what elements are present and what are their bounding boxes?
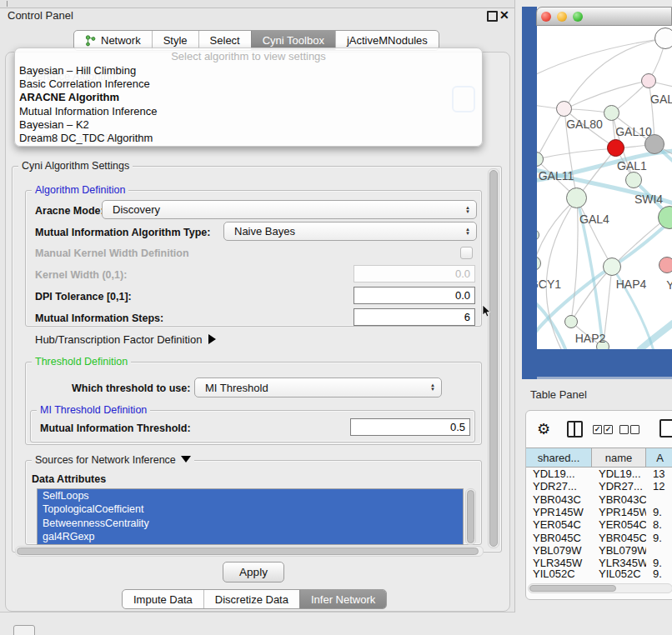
dpi-tolerance-label: DPI Tolerance [0,1]: [35, 291, 132, 302]
mi-threshold-title: MI Threshold Definition [37, 404, 150, 416]
settings-vertical-scrollbar[interactable] [488, 168, 499, 548]
apply-button[interactable]: Apply [223, 562, 284, 582]
node-label-gal4: GAL4 [579, 212, 609, 226]
table-row[interactable]: YBR045CYBR045C9. [526, 531, 672, 543]
mouse-cursor [482, 305, 491, 318]
manual-kernel-label: Manual Kernel Width Definition [35, 248, 189, 259]
combo-arrows-icon: ▲▼ [430, 378, 435, 397]
network-canvas[interactable]: GAL GAL80 GAL10 GAL1 GAL11 SWI4 GAL4 GCY… [537, 26, 672, 349]
list-item-selected[interactable]: SelfLoops [38, 489, 463, 502]
gear-icon[interactable]: ⚙ [537, 420, 550, 438]
column-header-partial[interactable]: A [646, 448, 672, 467]
table-header-row: shared... name A [526, 448, 672, 468]
page-icon[interactable] [659, 419, 672, 438]
combo-arrows-icon: ▲▼ [465, 201, 470, 218]
cyni-bottom-tabbar: Impute Data Discretize Data Infer Networ… [122, 589, 387, 609]
node-label-gal1: GAL1 [617, 159, 647, 172]
mi-type-label: Mutual Information Algorithm Type: [35, 227, 210, 238]
table-row[interactable]: YBR043CYBR043C [526, 493, 672, 506]
dropdown-item-selected[interactable]: ARACNE Algorithm [15, 91, 482, 104]
node-label-swi4: SWI4 [634, 192, 663, 206]
panel-title: Control Panel [8, 9, 73, 22]
settings-horizontal-scrollbar[interactable] [15, 546, 484, 557]
deselect-all-icon[interactable] [619, 425, 629, 434]
mi-steps-field[interactable]: 6 [354, 308, 475, 326]
network-window-titlebar[interactable] [536, 7, 672, 26]
table-horizontal-scrollbar[interactable] [528, 583, 672, 593]
which-threshold-label: Which threshold to use: [72, 382, 190, 394]
tab-discretize-data[interactable]: Discretize Data [203, 590, 299, 608]
network-node-hap4[interactable] [603, 258, 621, 276]
sources-title-toggle[interactable]: Sources for Network Inference [32, 454, 194, 466]
panel-top-strip [0, 0, 514, 8]
table-row[interactable]: YER054CYER054C8. [526, 518, 672, 531]
table-row[interactable]: YLR345WYLR345W9. [526, 557, 672, 569]
node-label-gal80: GAL80 [566, 118, 603, 131]
dpi-tolerance-field[interactable]: 0.0 [354, 287, 475, 304]
table-row[interactable]: YPR145WYPR145W9. [526, 506, 672, 518]
list-item-selected[interactable]: gal4RGexp [38, 530, 463, 543]
dropdown-item[interactable]: Dream8 DC_TDC Algorithm [15, 132, 482, 145]
combo-arrows-icon: ▲▼ [465, 222, 470, 240]
minimize-traffic-light-icon[interactable] [557, 12, 567, 22]
split-columns-icon[interactable] [567, 421, 583, 438]
dropdown-item[interactable]: Basic Correlation Inference [15, 78, 482, 91]
network-node-hap2[interactable] [564, 315, 578, 328]
select-all-icon[interactable]: ✓ [593, 425, 602, 434]
table-row[interactable]: YDL19...YDL19...13 [526, 468, 672, 480]
table-panel-title: Table Panel [530, 388, 587, 401]
network-node-gal4[interactable] [566, 188, 587, 208]
network-node-salmon[interactable] [659, 257, 672, 273]
column-header-name[interactable]: name [592, 448, 646, 467]
tab-impute-data[interactable]: Impute Data [123, 590, 203, 608]
list-scrollbar[interactable] [465, 488, 476, 545]
network-node-gal1[interactable] [607, 139, 624, 157]
network-node-gal7[interactable] [641, 73, 656, 88]
network-frame-border [522, 7, 537, 379]
zoom-traffic-light-icon[interactable] [573, 12, 583, 22]
kernel-width-field: 0.0 [354, 265, 475, 282]
kernel-width-label: Kernel Width (0,1): [35, 269, 127, 281]
partial-button[interactable] [13, 625, 35, 635]
table-row[interactable]: YDR27...YDR27...12 [526, 480, 672, 492]
aracne-mode-select[interactable]: Discovery ▲▼ [102, 200, 477, 219]
table-toolbar: ⚙ ✓ ✓ [526, 411, 672, 448]
mi-type-select[interactable]: Naive Bayes ▲▼ [223, 222, 477, 241]
node-label-y: Y [666, 278, 672, 292]
select-all-icon[interactable]: ✓ [604, 425, 613, 434]
network-node-swi4[interactable] [625, 172, 642, 188]
mi-threshold-field[interactable]: 0.5 [350, 418, 470, 436]
table-row[interactable]: YBL079WYBL079W [526, 544, 672, 557]
list-item-selected[interactable]: BetweennessCentrality [38, 517, 463, 530]
manual-kernel-checkbox[interactable] [460, 247, 473, 259]
tab-infer-network[interactable]: Infer Network [299, 590, 386, 608]
mi-threshold-label: Mutual Information Threshold: [40, 422, 191, 434]
close-icon[interactable]: ✕ [499, 8, 509, 22]
table-panel: ⚙ ✓ ✓ shared... name A YDL19...YDL19...1… [525, 410, 672, 600]
network-node-gal10[interactable] [604, 105, 619, 121]
column-header-shared[interactable]: shared... [526, 448, 592, 467]
which-threshold-select[interactable]: MI Threshold ▲▼ [194, 378, 442, 398]
threshold-definition-title: Threshold Definition [32, 356, 131, 368]
dropdown-item[interactable]: Bayesian – Hill Climbing [15, 64, 482, 78]
node-label-gal11: GAL11 [539, 169, 574, 182]
table-body: YDL19...YDL19...13 YDR27...YDR27...12 YB… [526, 468, 672, 578]
table-row[interactable]: YIL052CYIL052C9. [526, 569, 672, 578]
node-label-gal7: GAL [650, 92, 672, 106]
node-label-gcy1: GCY1 [537, 278, 561, 291]
deselect-all-icon[interactable] [630, 425, 639, 434]
dropdown-placeholder: Select algorithm to view settings [15, 50, 482, 64]
dropdown-item[interactable]: Mutual Information Inference [15, 105, 482, 118]
node-label-hap2: HAP2 [575, 332, 606, 345]
cyni-settings-title: Cyni Algorithm Settings [18, 160, 133, 172]
mi-steps-label: Mutual Information Steps: [35, 312, 163, 324]
network-node-gal80[interactable] [556, 101, 572, 117]
collapse-right-icon [208, 334, 216, 344]
list-item-selected[interactable]: TopologicalCoefficient [38, 502, 463, 516]
hub-definition-toggle[interactable]: Hub/Transcription Factor Definition [35, 333, 216, 346]
close-traffic-light-icon[interactable] [541, 12, 551, 22]
algorithm-definition-title: Algorithm Definition [32, 184, 128, 196]
network-node[interactable] [654, 28, 672, 49]
dropdown-item[interactable]: Bayesian – K2 [15, 118, 482, 132]
float-window-icon[interactable] [487, 11, 498, 22]
